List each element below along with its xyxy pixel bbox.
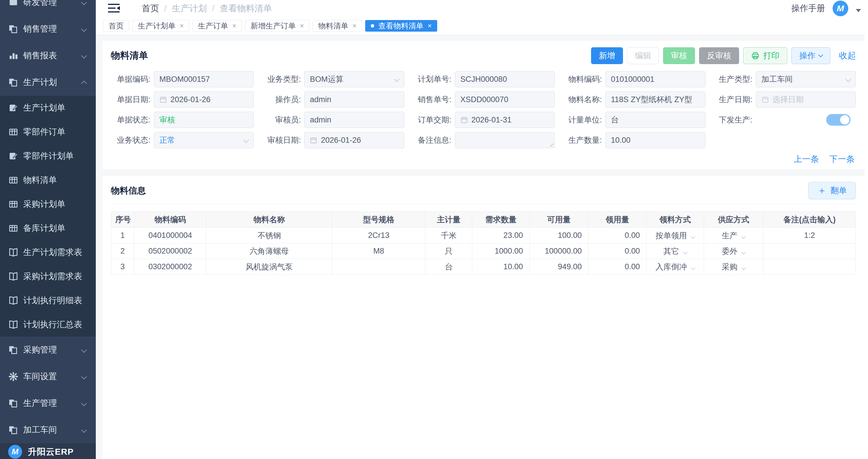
- sidebar-item-sales-reports[interactable]: 销售报表: [0, 42, 96, 69]
- prod-type-label: 生产类型:: [713, 74, 756, 85]
- tab-home[interactable]: 首页: [103, 20, 129, 32]
- actions-button[interactable]: 操作: [792, 47, 830, 64]
- tab-bom-list[interactable]: 物料清单×: [313, 20, 362, 32]
- operator-field[interactable]: admin: [304, 91, 404, 108]
- print-button[interactable]: 打印: [743, 47, 787, 64]
- audit-date-label: 审核日期:: [261, 135, 304, 145]
- cell-pick-method-select[interactable]: 按单领用: [647, 228, 704, 243]
- material-name-field[interactable]: 118S ZY型纸杯机 ZY型: [605, 91, 705, 108]
- plan-no-field[interactable]: SCJH000080: [455, 71, 555, 87]
- auditor-field[interactable]: admin: [304, 112, 404, 128]
- sidebar-subitem-plan-execution-detail[interactable]: 计划执行明细表: [0, 288, 96, 313]
- sidebar-subitem-plan-execution-summary[interactable]: 计划执行汇总表: [0, 313, 96, 336]
- prev-record-link[interactable]: 上一条: [794, 154, 819, 165]
- sidebar-subitem-stock-plan-order[interactable]: 备库计划单: [0, 216, 96, 240]
- bom-header-card: 物料清单 新增 编辑 审核 反审核 打印 操作 收起 单据编码:: [102, 41, 865, 169]
- due-date-field[interactable]: 2026-01-31: [455, 112, 555, 128]
- audit-button[interactable]: 审核: [663, 47, 695, 64]
- cell-pick-method-select[interactable]: 入库倒冲: [647, 259, 704, 275]
- material-code-field[interactable]: 0101000001: [605, 71, 705, 87]
- manual-link[interactable]: 操作手册: [792, 3, 825, 14]
- remark-textarea[interactable]: [455, 132, 555, 148]
- book-icon: [8, 271, 19, 282]
- close-icon[interactable]: ×: [180, 22, 184, 30]
- close-icon[interactable]: ×: [300, 22, 304, 30]
- doc-code-cell: 单据编码: MBOM000157: [111, 71, 254, 87]
- sidebar-item-label: 销售报表: [23, 50, 82, 62]
- next-record-link[interactable]: 下一条: [829, 154, 855, 165]
- sidebar-item-workshop-settings[interactable]: 车间设置: [0, 363, 96, 390]
- cell-spec: 2Cr13: [332, 228, 425, 243]
- folder-icon: [8, 0, 19, 7]
- sidebar-subitem-bom-list[interactable]: 物料清单: [0, 168, 96, 192]
- close-icon[interactable]: ×: [352, 22, 356, 30]
- dispatch-toggle[interactable]: [826, 114, 850, 126]
- avatar[interactable]: M: [833, 1, 848, 16]
- prod-type-select[interactable]: 加工车间: [756, 71, 856, 87]
- add-button[interactable]: 新增: [591, 47, 623, 64]
- scrollbar-track[interactable]: [865, 17, 868, 459]
- plan-no-cell: 计划单号: SCJH000080: [412, 71, 555, 87]
- prod-date-field[interactable]: 选择日期: [756, 91, 856, 108]
- qty-field[interactable]: 10.00: [605, 132, 705, 148]
- unit-field[interactable]: 台: [605, 112, 705, 128]
- edit-button[interactable]: 编辑: [627, 47, 659, 64]
- breadcrumb-production-planning[interactable]: 生产计划: [172, 3, 207, 14]
- sidebar-subitem-production-plan-demand[interactable]: 生产计划需求表: [0, 240, 96, 264]
- breadcrumb-home[interactable]: 首页: [142, 3, 159, 14]
- detail-title: 物料信息: [111, 185, 146, 197]
- qty-label: 生产数量:: [562, 135, 605, 145]
- close-icon[interactable]: ×: [232, 22, 236, 30]
- biz-status-select[interactable]: 正常: [154, 132, 254, 148]
- biz-type-select[interactable]: BOM运算: [304, 71, 404, 87]
- cell-note[interactable]: 1:2: [763, 228, 856, 243]
- tab-label: 查看物料清单: [378, 21, 424, 31]
- menu-fold-icon[interactable]: [107, 3, 121, 14]
- collapse-link[interactable]: 收起: [839, 50, 856, 62]
- sidebar-item-processing-workshop[interactable]: 加工车间: [0, 417, 96, 443]
- tab-view-bom[interactable]: 查看物料清单×: [365, 20, 437, 32]
- resize-handle-icon[interactable]: [549, 142, 553, 147]
- sidebar-item-label: 研发管理: [23, 0, 82, 8]
- calendar-icon: [159, 96, 167, 103]
- sidebar-item-research-management[interactable]: 研发管理: [0, 0, 96, 16]
- cell-supply-method-select[interactable]: 委外: [704, 243, 763, 259]
- cell-note[interactable]: [763, 243, 856, 259]
- reverse-audit-button[interactable]: 反审核: [699, 47, 739, 64]
- chevron-down-icon: [81, 26, 87, 32]
- unit-cell: 计量单位: 台: [562, 112, 705, 128]
- doc-code-field[interactable]: MBOM000157: [154, 71, 254, 87]
- sidebar-subitem-production-plan-order[interactable]: 生产计划单: [0, 96, 96, 120]
- sidebar-item-sales-management[interactable]: 销售管理: [0, 16, 96, 42]
- record-pager: 上一条 下一条: [111, 154, 856, 165]
- close-icon[interactable]: ×: [428, 22, 432, 30]
- cell-supply-method-select[interactable]: 生产: [704, 228, 763, 243]
- tab-new-production-order[interactable]: 新增生产订单×: [245, 20, 309, 32]
- bar-chart-icon: [8, 51, 19, 61]
- calendar-icon: [310, 136, 317, 144]
- col-note: 备注(点击输入): [763, 211, 856, 228]
- doc-date-field[interactable]: 2026-01-26: [154, 91, 254, 108]
- tab-production-plan-order[interactable]: 生产计划单×: [132, 20, 189, 32]
- cell-supply-method-select[interactable]: 采购: [704, 259, 763, 275]
- audit-date-field[interactable]: 2026-01-26: [304, 132, 404, 148]
- calendar-icon: [460, 116, 468, 124]
- sidebar-item-production-planning[interactable]: 生产计划: [0, 69, 96, 96]
- book-icon: [8, 247, 19, 258]
- sidebar-subitem-parts-plan-order[interactable]: 零部件计划单: [0, 144, 96, 168]
- cell-pick-method-select[interactable]: 其它: [647, 243, 704, 259]
- chevron-down-icon[interactable]: [856, 9, 861, 12]
- sale-no-field[interactable]: XSDD000070: [455, 91, 555, 108]
- due-date-label: 订单交期:: [412, 114, 455, 125]
- flip-order-button[interactable]: ＋ 翻单: [808, 182, 856, 199]
- sidebar-subitem-purchase-plan-demand[interactable]: 采购计划需求表: [0, 264, 96, 288]
- sidebar-item-production-management[interactable]: 生产管理: [0, 390, 96, 417]
- col-demand-qty: 需求数量: [472, 211, 530, 228]
- doc-status-field[interactable]: 审核: [154, 112, 254, 128]
- tab-production-order[interactable]: 生产订单×: [192, 20, 242, 32]
- cell-note[interactable]: [763, 259, 856, 275]
- sidebar-subitem-purchase-plan-order[interactable]: 采购计划单: [0, 192, 96, 216]
- sidebar-subitem-parts-order[interactable]: 零部件订单: [0, 120, 96, 144]
- sidebar-item-purchase-management[interactable]: 采购管理: [0, 336, 96, 363]
- app-title: 升阳云ERP: [28, 446, 74, 458]
